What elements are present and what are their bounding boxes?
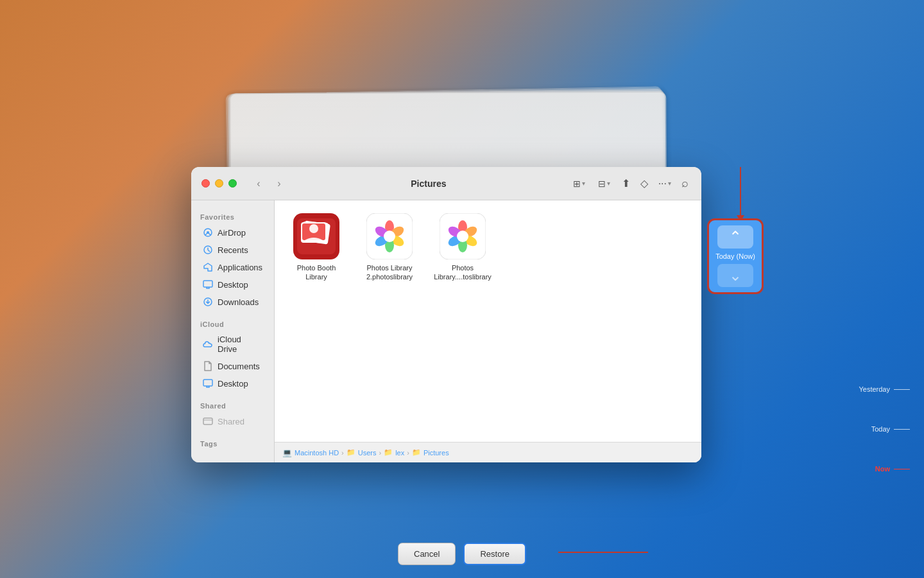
breadcrumb-sep-1: › (341, 449, 344, 457)
shared-icon (203, 416, 213, 426)
now-label: Now (875, 465, 890, 473)
sidebar-item-documents[interactable]: Documents (194, 358, 271, 374)
sidebar-item-icloud-drive[interactable]: iCloud Drive (194, 331, 271, 357)
applications-label: Applications (218, 263, 262, 272)
svg-point-13 (309, 224, 318, 233)
sidebar: Favorites AirDrop (191, 200, 275, 462)
desktop-icloud-icon (203, 378, 213, 389)
breadcrumb-hd: Macintosh HD (295, 449, 339, 457)
dialog-buttons: Cancel Restore (398, 543, 526, 565)
timemachine-widget: ⌃ Today (Now) ⌄ (707, 218, 764, 294)
sidebar-item-shared[interactable]: Shared (194, 413, 271, 430)
grid-view-button[interactable]: ⊟ ▾ (594, 176, 614, 191)
shared-label: Shared (218, 417, 244, 426)
documents-label: Documents (218, 362, 260, 371)
yesterday-label: Yesterday (859, 385, 890, 393)
grid-icon: ⊟ (598, 179, 606, 189)
search-icon: ⌕ (681, 177, 689, 190)
sidebar-item-desktop[interactable]: Desktop (194, 276, 271, 293)
photo-booth-icon (293, 213, 339, 259)
sidebar-item-desktop-icloud[interactable]: Desktop (194, 375, 271, 392)
yesterday-line (894, 389, 910, 390)
svg-point-21 (384, 231, 395, 242)
documents-icon (203, 361, 213, 371)
breadcrumb-icon-users: 📁 (346, 448, 355, 457)
close-button[interactable] (201, 179, 210, 188)
tm-down-arrow-icon: ⌄ (729, 268, 742, 283)
toolbar-icons: ⊞ ▾ ⊟ ▾ ⬆ ◇ ··· ▾ ⌕ (569, 174, 691, 193)
desktop-label: Desktop (218, 280, 248, 290)
breadcrumb-sep-3: › (407, 449, 409, 457)
downloads-label: Downloads (218, 297, 259, 307)
timemachine-arrow-container (737, 167, 744, 222)
share-button[interactable]: ⬆ (619, 175, 633, 192)
more-button[interactable]: ··· ▾ (656, 175, 674, 192)
icloud-drive-icon (203, 339, 213, 349)
desktop-icon (203, 279, 213, 290)
minimize-button[interactable] (215, 179, 223, 188)
svg-rect-6 (203, 418, 212, 425)
airdrop-icon (203, 227, 213, 238)
file-item-photos-library-2[interactable]: Photos Library2.photoslibrary (361, 213, 418, 282)
breadcrumb-icon-lex: 📁 (384, 448, 393, 457)
tags-section-label: Tags (191, 435, 274, 450)
forward-button[interactable]: › (270, 175, 288, 193)
breadcrumb-icon-hd: 💻 (282, 448, 292, 457)
applications-icon (203, 262, 213, 272)
tm-today-label: Today (Now) (715, 252, 755, 260)
timeline-container: Yesterday Today Now (859, 385, 910, 473)
timeline-yesterday: Yesterday (859, 385, 910, 393)
search-button[interactable]: ⌕ (679, 174, 691, 193)
view-chevron-icon: ▾ (582, 180, 585, 187)
restore-button[interactable]: Restore (463, 543, 526, 565)
sidebar-item-airdrop[interactable]: AirDrop (194, 224, 271, 241)
sidebar-item-applications[interactable]: Applications (194, 259, 271, 276)
icloud-section-label: iCloud (191, 315, 274, 331)
breadcrumb-users: Users (358, 449, 377, 457)
file-item-photos-library[interactable]: PhotosLibrary....toslibrary (434, 213, 492, 282)
downloads-icon (203, 297, 213, 307)
window-title: Pictures (296, 179, 561, 189)
grid-chevron-icon: ▾ (607, 180, 610, 187)
breadcrumb-lex: lex (395, 449, 404, 457)
favorites-section-label: Favorites (191, 208, 274, 223)
breadcrumb-icon-pictures: 📁 (412, 448, 421, 457)
photos-library-icon (440, 213, 486, 259)
share-icon: ⬆ (622, 177, 630, 189)
sidebar-item-downloads[interactable]: Downloads (194, 293, 271, 310)
sidebar-item-recents[interactable]: Recents (194, 241, 271, 258)
timeline-today: Today (859, 425, 910, 433)
icon-view-button[interactable]: ⊞ ▾ (569, 176, 589, 191)
timeline-now: Now (859, 465, 910, 473)
more-icon: ··· (658, 178, 667, 189)
more-chevron-icon: ▾ (668, 180, 671, 187)
back-button[interactable]: ‹ (250, 175, 268, 193)
tm-up-arrow-icon: ⌃ (729, 229, 742, 245)
icon-view-icon: ⊞ (573, 179, 581, 189)
nav-buttons: ‹ › (250, 175, 288, 193)
files-grid: Photo BoothLibrary (275, 200, 701, 295)
today-line (894, 429, 910, 430)
file-item-photo-booth[interactable]: Photo BoothLibrary (287, 213, 345, 282)
window-body: Favorites AirDrop (191, 200, 701, 462)
tag-icon: ◇ (640, 177, 648, 189)
cancel-button[interactable]: Cancel (398, 543, 456, 565)
maximize-button[interactable] (228, 179, 237, 188)
finder-window: ‹ › Pictures ⊞ ▾ ⊟ ▾ ⬆ ◇ ··· ▾ (191, 167, 701, 462)
photo-booth-label: Photo BoothLibrary (297, 263, 336, 282)
photos-library-2-label: Photos Library2.photoslibrary (366, 263, 413, 282)
breadcrumb-sep-2: › (379, 449, 381, 457)
icloud-drive-label: iCloud Drive (218, 335, 262, 354)
photos-library-2-icon (366, 213, 413, 259)
window-titlebar: ‹ › Pictures ⊞ ▾ ⊟ ▾ ⬆ ◇ ··· ▾ (191, 167, 701, 200)
tm-down-button[interactable]: ⌄ (717, 264, 753, 287)
restore-arrow-line (558, 552, 648, 553)
content-area: Photo BoothLibrary (275, 200, 701, 462)
desktop-icloud-label: Desktop (218, 379, 248, 389)
recents-icon (203, 245, 213, 255)
tag-button[interactable]: ◇ (638, 175, 651, 192)
tm-up-button[interactable]: ⌃ (717, 225, 753, 249)
tm-down-arrow-line (740, 167, 741, 215)
now-line (894, 469, 910, 469)
shared-section-label: Shared (191, 397, 274, 412)
